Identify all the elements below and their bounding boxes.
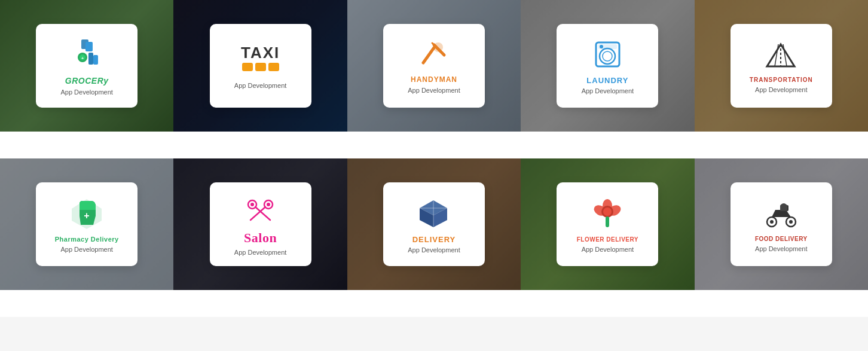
taxi-card: TAXI App Development: [210, 24, 311, 108]
taxi-icon: TAXI: [241, 45, 280, 71]
transportation-icon: [762, 41, 800, 72]
laundry-subtitle: App Development: [582, 87, 634, 94]
pharmacy-title: Pharmacy Delivery: [55, 236, 119, 243]
top-row: + GROCERy App Development TAXI: [0, 0, 868, 158]
fooddelivery-cell[interactable]: FOOD DELIVERY App Development: [695, 158, 868, 290]
handyman-icon: [417, 40, 450, 71]
taxi-subtitle: App Development: [234, 82, 286, 89]
svg-text:+: +: [84, 210, 89, 221]
svg-point-37: [603, 207, 612, 216]
taxi-cell[interactable]: TAXI App Development: [173, 0, 347, 132]
main-container: + GROCERy App Development TAXI: [0, 0, 868, 317]
svg-line-7: [423, 46, 435, 63]
delivery-title: DELIVERY: [412, 235, 456, 245]
flower-card: FLOWER DELIVERY App Development: [557, 182, 658, 266]
salon-card: Salon App Development: [210, 182, 311, 266]
pharmacy-card: + Pharmacy Delivery App Development: [36, 182, 137, 266]
salon-icon: [244, 195, 277, 225]
flower-title: FLOWER DELIVERY: [577, 236, 638, 243]
delivery-icon: [417, 197, 450, 230]
handyman-card: HANDYMAN App Development: [383, 24, 485, 108]
pharmacy-cell[interactable]: + Pharmacy Delivery App Development: [0, 158, 173, 290]
flower-cell[interactable]: FLOWER DELIVERY App Development: [521, 158, 694, 290]
fooddelivery-title: FOOD DELIVERY: [755, 236, 808, 243]
salon-title: Salon: [244, 230, 277, 246]
svg-rect-1: [85, 42, 93, 51]
svg-point-27: [267, 203, 270, 206]
bottom-row: + Pharmacy Delivery App Development: [0, 158, 868, 317]
svg-point-42: [789, 220, 793, 224]
fooddelivery-card: FOOD DELIVERY App Development: [731, 182, 832, 266]
delivery-subtitle: App Development: [408, 246, 460, 254]
svg-point-15: [600, 45, 603, 48]
flower-icon: [591, 199, 624, 231]
laundry-cell[interactable]: LAUNDRY App Development: [521, 0, 694, 132]
svg-point-40: [770, 220, 774, 224]
handyman-cell[interactable]: HANDYMAN App Development: [347, 0, 521, 132]
transportation-subtitle: App Development: [755, 86, 807, 93]
laundry-card: LAUNDRY App Development: [557, 24, 658, 108]
svg-point-26: [250, 203, 254, 206]
pharmacy-subtitle: App Development: [60, 246, 112, 253]
grocery-cell[interactable]: + GROCERy App Development: [0, 0, 173, 132]
svg-rect-38: [606, 216, 609, 227]
flower-subtitle: App Development: [582, 246, 634, 253]
handyman-title: HANDYMAN: [411, 75, 457, 84]
grocery-icon: +: [71, 38, 103, 71]
delivery-cell[interactable]: DELIVERY App Development: [347, 158, 521, 290]
transportation-title: TRANSPORTATION: [750, 77, 813, 84]
handyman-subtitle: App Development: [408, 87, 460, 94]
svg-point-12: [600, 48, 615, 64]
svg-rect-5: [88, 53, 93, 65]
transportation-cell[interactable]: TRANSPORTATION App Development: [695, 0, 868, 132]
svg-point-13: [603, 51, 612, 61]
svg-line-18: [775, 44, 778, 66]
svg-point-9: [433, 42, 443, 52]
pharmacy-icon: +: [71, 198, 103, 231]
salon-cell[interactable]: Salon App Development: [173, 158, 347, 290]
grocery-card: + GROCERy App Development: [36, 24, 137, 108]
svg-text:+: +: [81, 56, 84, 60]
delivery-card: DELIVERY App Development: [383, 182, 485, 266]
laundry-title: LAUNDRY: [586, 76, 628, 86]
grocery-title: GROCERy: [65, 76, 109, 86]
laundry-icon: [591, 39, 624, 71]
svg-line-19: [783, 44, 787, 66]
fooddelivery-subtitle: App Development: [755, 245, 807, 252]
grocery-subtitle: App Development: [60, 88, 112, 96]
transportation-card: TRANSPORTATION App Development: [731, 24, 832, 108]
svg-rect-6: [93, 55, 98, 65]
salon-subtitle: App Development: [234, 249, 286, 256]
fooddelivery-icon: [763, 199, 799, 231]
